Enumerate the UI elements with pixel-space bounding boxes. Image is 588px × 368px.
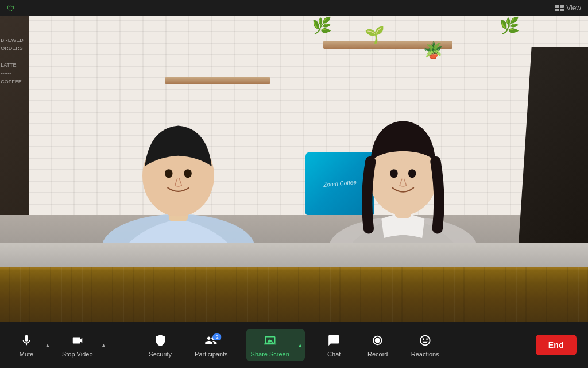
share-screen-chevron[interactable]: ▲ [295, 341, 305, 350]
end-button[interactable]: End [536, 335, 577, 355]
stop-video-label: Stop Video [62, 351, 93, 358]
svg-point-9 [408, 169, 416, 178]
app: 🛡 View BREWEDORDERSLATTE------COFFEE [0, 0, 588, 368]
svg-point-11 [375, 338, 380, 343]
svg-point-8 [390, 169, 397, 178]
stop-video-button[interactable]: Stop Video [57, 329, 98, 361]
participants-badge: 2 [213, 334, 222, 340]
participants-label: Participants [195, 351, 227, 358]
reactions-button[interactable]: Reactions [407, 329, 444, 361]
video-group: Stop Video ▲ [57, 329, 109, 361]
toolbar-right: End [536, 335, 577, 355]
toolbar: Mute ▲ Stop Video ▲ [0, 322, 588, 368]
toolbar-left: Mute ▲ Stop Video ▲ [11, 329, 109, 361]
chat-icon [326, 332, 342, 348]
record-label: Record [368, 351, 388, 358]
record-button[interactable]: Record [363, 329, 393, 361]
floor-area [0, 243, 588, 267]
mute-group: Mute ▲ [11, 329, 53, 361]
svg-point-4 [184, 169, 191, 178]
table-surface [0, 267, 588, 322]
video-icon [69, 332, 86, 348]
toolbar-center: Security 2 Participants [144, 329, 443, 361]
share-screen-label: Share Screen [251, 351, 289, 358]
video-canvas: BREWEDORDERSLATTE------COFFEE 🌿 🌱 🪴 🌿 Zo… [0, 16, 588, 322]
mute-icon [18, 332, 34, 348]
share-screen-icon [262, 332, 278, 348]
mute-chevron[interactable]: ▲ [42, 341, 53, 350]
title-bar: 🛡 View [0, 0, 588, 16]
svg-point-3 [165, 169, 172, 178]
plant-4: 🌿 [500, 16, 520, 35]
chat-button[interactable]: Chat [319, 329, 349, 361]
mute-label: Mute [20, 351, 33, 358]
record-icon [370, 332, 386, 348]
people-svg [0, 47, 588, 267]
security-label: Security [149, 351, 172, 358]
mute-button[interactable]: Mute [11, 329, 41, 361]
participants-icon-wrap: 2 [203, 332, 219, 348]
participants-button[interactable]: 2 Participants [190, 329, 232, 361]
security-button[interactable]: Security [144, 329, 176, 361]
plant-1: 🌿 [312, 16, 332, 35]
share-screen-group: Share Screen ▲ [246, 329, 305, 361]
view-icon [555, 5, 564, 12]
video-area: BREWEDORDERSLATTE------COFFEE 🌿 🌱 🪴 🌿 Zo… [0, 16, 588, 322]
chat-label: Chat [327, 351, 341, 358]
view-button[interactable]: View [555, 4, 581, 12]
reactions-icon [417, 332, 433, 348]
shield-icon: 🛡 [7, 4, 15, 13]
reactions-label: Reactions [411, 351, 439, 358]
view-label: View [566, 4, 581, 12]
plant-2: 🌱 [365, 25, 385, 44]
share-screen-button[interactable]: Share Screen [246, 329, 294, 361]
video-chevron[interactable]: ▲ [99, 341, 109, 350]
security-icon [152, 332, 168, 348]
